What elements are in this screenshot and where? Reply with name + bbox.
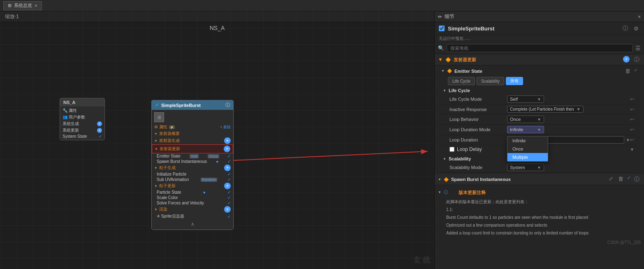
node-attr-section: ⚙ 属性 ⚡ + 新段 (152, 124, 233, 130)
node-emitter-overview: ▼发射器概要 (152, 130, 233, 137)
section-collapse-arrow: ▼ (438, 57, 443, 63)
loop-duration-label: Loop Duration (449, 137, 507, 142)
ns-a-attr: 🔧 属性 (60, 107, 104, 114)
search-input[interactable] (447, 44, 633, 52)
info-btn[interactable]: ⓘ (621, 25, 629, 32)
version-header[interactable]: ▼ ⓘ 版本更新注释 (438, 187, 641, 198)
ns-a-header: NS_A (60, 98, 104, 107)
loop-duration-mode-value: Infinite ▼ Infinite Once Multiple (507, 126, 630, 133)
inactive-response-label: Inactive Response (449, 107, 507, 112)
scale-color-item: Scale Color ✓ (152, 195, 233, 200)
all-tab[interactable]: 所有 (506, 77, 523, 85)
loop-behavior-row: Loop Behavior Once ▼ ↩ (441, 114, 637, 125)
settings-btn[interactable]: ⚙ (632, 26, 640, 32)
emitter-state-item: Emitter State Self Once ✓ (152, 153, 233, 159)
inactive-response-dropdown[interactable]: Complete (Let Particles Finish then ▼ (507, 106, 584, 113)
node-render: ▼渲染 + (152, 206, 233, 213)
simple-sprite-header: ✓ SimpleSpriteBurst ⓘ (152, 100, 233, 110)
spawn-icon: 🔶 (444, 177, 449, 182)
render-add[interactable]: + (224, 206, 231, 213)
life-cycle-mode-value: Self ▼ (507, 95, 630, 103)
system-overview-tab[interactable]: ⊞ 系统总览 × (3, 1, 42, 10)
dropdown-multiple[interactable]: Multiple (507, 153, 548, 161)
spawn-expand[interactable]: ⤢ (607, 176, 614, 183)
scalability-mode-value: System ▼ (507, 164, 634, 171)
inactive-response-row: Inactive Response Complete (Let Particle… (441, 104, 637, 114)
version-text4: Optimized out a few comparison operation… (438, 221, 641, 229)
system-state-check: ✓ (99, 134, 102, 139)
emitter-state-header[interactable]: ▼ 🔶 Emitter State 🗑 ✓ (441, 67, 637, 75)
module-title: SimpleSpriteBurst (448, 26, 494, 32)
spawn-info[interactable]: ⓘ (633, 176, 641, 183)
spawn-burst-item: Spawn Burst Instantaneous ● ✓ (152, 159, 233, 164)
loop-duration-arrow: ▼ (626, 138, 630, 142)
ns-a-user-params: 👥 用户参数 (60, 114, 104, 121)
life-cycle-mode-reset[interactable]: ↩ (630, 96, 634, 102)
spawn-delete[interactable]: 🗑 (617, 176, 625, 183)
spawn-arrow: ▼ (438, 178, 441, 181)
section-info-btn[interactable]: ⓘ (633, 56, 641, 63)
scalability-tab[interactable]: Scalability (477, 77, 504, 85)
loop-duration-mode-reset[interactable]: ↩ (630, 127, 634, 132)
expand-btn[interactable]: ∧ (152, 220, 233, 229)
ns-a-system-gen: 系统生成 + (60, 121, 104, 127)
search-icon: 🔍 (438, 45, 444, 51)
life-cycle-mode-label: Life Cycle Mode (449, 97, 507, 102)
life-cycle-mode-row: Life Cycle Mode Self ▼ ↩ (441, 94, 637, 104)
panel-tab: ✏ 细节 (438, 13, 454, 20)
simple-sprite-node[interactable]: ✓ SimpleSpriteBurst ⓘ ☰ ⚙ 属性 ⚡ + 新段 ▼发射器… (151, 100, 234, 230)
ns-a-system-state: System State ✓ (60, 134, 104, 139)
loop-behavior-dropdown[interactable]: Once ▼ (507, 116, 544, 123)
panel-title: 细节 (445, 13, 454, 20)
node-thumb: ☰ (152, 111, 233, 124)
dropdown-once[interactable]: Once (507, 145, 548, 153)
scalability-title: Scalability (449, 156, 471, 161)
tab-close[interactable]: × (35, 3, 37, 9)
loop-behavior-value: Once ▼ (507, 116, 630, 123)
loop-behavior-reset[interactable]: ↩ (630, 116, 634, 122)
inactive-response-value: Complete (Let Particles Finish then ▼ (507, 106, 630, 113)
particle-gen-add[interactable]: + (224, 165, 231, 171)
inactive-response-reset[interactable]: ↩ (630, 107, 634, 112)
footer: CSDN @TTL_255 (435, 239, 644, 246)
emitter-update-section[interactable]: ▼ 🔶 发射器更新 + ⓘ (435, 54, 644, 65)
emitter-state-title: Emitter State (454, 69, 482, 74)
emitter-state-delete[interactable]: 🗑 (624, 68, 632, 74)
version-title: 版本更新注释 (450, 188, 494, 197)
life-cycle-header[interactable]: ▼ Life Cycle (441, 87, 637, 94)
dropdown-infinite[interactable]: Infinite (507, 137, 548, 145)
scalability-mode-label: Scalability Mode (449, 165, 507, 170)
edit-icon: ✏ (438, 14, 442, 20)
loop-delay-label: Loop Delay (457, 146, 482, 152)
emitter-update-add[interactable]: + (224, 146, 230, 152)
loop-duration-mode-dropdown[interactable]: Infinite ▼ (507, 126, 544, 133)
emitter-state-tabs: Life Cycle Scalability 所有 (441, 75, 637, 87)
panel-close-btn[interactable]: × (638, 14, 641, 20)
loop-behavior-label: Loop Behavior (449, 117, 507, 122)
spawn-check: ✓ (627, 176, 630, 183)
life-cycle-label: Life Cycle (449, 88, 470, 93)
scalability-mode-dropdown[interactable]: System ▼ (507, 164, 544, 171)
particle-update-add[interactable]: + (224, 183, 231, 189)
filter-icon[interactable]: ☰ (635, 45, 641, 51)
life-cycle-mode-dropdown[interactable]: Self ▼ (507, 95, 544, 103)
spawn-burst-section[interactable]: ▼ 🔶 Spawn Burst Instantaneous ⤢ 🗑 ✓ ⓘ (435, 174, 644, 185)
life-cycle-tab[interactable]: Life Cycle (448, 77, 475, 85)
loop-duration-mode-row: Loop Duration Mode Infinite ▼ Infinite O… (441, 125, 637, 135)
ns-a-update-btn[interactable]: + (97, 128, 102, 133)
version-info-icon: ⓘ (444, 190, 448, 195)
info-icon[interactable]: ⓘ (225, 102, 230, 108)
search-bar: 🔍 ☰ (435, 42, 644, 54)
ns-a-add-btn[interactable]: + (97, 121, 102, 126)
node-emitter-update[interactable]: ▼发射器更新 + (152, 144, 233, 153)
version-text2: 1.1: (438, 206, 641, 213)
version-text1: 此脚本的版本最近已更新；此处是变更列表： (438, 198, 641, 206)
module-checkbox[interactable] (439, 26, 445, 31)
loop-duration-dropdown-popup: Infinite Once Multiple (507, 136, 548, 162)
emitter-update-label: 发射器更新 (454, 57, 476, 63)
loop-delay-checkbox[interactable] (449, 147, 454, 152)
loop-duration-reset[interactable]: ↩ (630, 137, 634, 143)
ns-a-node[interactable]: NS_A 🔧 属性 👥 用户参数 系统生成 + 系统更新 + Sy (60, 98, 105, 140)
emitter-gen-add[interactable]: + (224, 137, 231, 144)
add-section-btn[interactable]: + (623, 56, 630, 63)
